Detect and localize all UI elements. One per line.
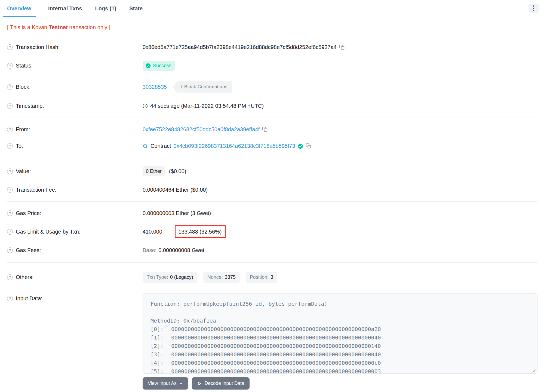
help-icon[interactable]: ? — [7, 44, 13, 50]
param-value: 0000000000000000000000000000000000000000… — [171, 359, 381, 367]
section-divider — [7, 201, 537, 202]
others-label: Others: — [16, 274, 34, 280]
help-icon[interactable]: ? — [7, 247, 13, 253]
input-param-line: [4]:000000000000000000000000000000000000… — [150, 359, 530, 367]
gas-limit-label: Gas Limit & Usage by Txn: — [16, 229, 81, 235]
block-number-link[interactable]: 30328535 — [143, 84, 167, 90]
from-label: From: — [16, 126, 30, 133]
value-label: Value: — [16, 168, 31, 174]
param-value: 0000000000000000000000000000000000000000… — [171, 325, 381, 333]
input-function-line: Function: performUpkeep(uint256 id, byte… — [150, 300, 530, 308]
nonce-value: 3375 — [225, 274, 236, 280]
warning-bold: Testnet — [49, 24, 68, 30]
help-icon[interactable]: ? — [7, 84, 13, 90]
verified-check-icon — [298, 143, 303, 149]
position-label: Position: — [250, 274, 269, 280]
gas-limit-value: 410,000 — [143, 229, 162, 235]
copy-icon[interactable] — [262, 127, 268, 132]
more-options-button[interactable] — [528, 4, 539, 13]
param-value: 0000000000000000000000000000000000000000… — [171, 333, 381, 342]
input-data-label: Input Data: — [16, 295, 42, 302]
tab-state[interactable]: State — [129, 0, 143, 17]
help-icon[interactable]: ? — [7, 229, 13, 235]
param-index: [5]: — [150, 367, 171, 374]
param-index: [2]: — [150, 342, 171, 350]
input-param-line: [1]:000000000000000000000000000000000000… — [150, 333, 530, 342]
help-icon[interactable]: ? — [7, 143, 13, 149]
param-index: [0]: — [150, 325, 171, 333]
help-icon[interactable]: ? — [7, 169, 13, 174]
decode-input-data-button[interactable]: Decode Input Data — [192, 377, 250, 390]
tab-internal-txns[interactable]: Internal Txns — [48, 0, 82, 17]
view-input-as-button[interactable]: View Input As — [143, 377, 188, 390]
nonce-badge: Nonce: 3375 — [203, 272, 240, 283]
view-input-as-label: View Input As — [148, 381, 177, 386]
decode-input-data-label: Decode Input Data — [205, 381, 244, 386]
param-index: [1]: — [150, 333, 171, 342]
status-text: Success — [153, 63, 171, 69]
resize-grip-icon[interactable] — [532, 368, 536, 372]
warning-prefix: [ This is a Kovan — [7, 24, 49, 30]
magnifier-plus-icon[interactable] — [143, 143, 148, 149]
transaction-details-card: Overview Internal Txns Logs (1) State [ … — [0, 0, 544, 392]
help-icon[interactable]: ? — [7, 127, 13, 132]
tab-logs[interactable]: Logs (1) — [94, 0, 117, 17]
block-confirmations-badge: 7 Block Confirmations — [173, 81, 232, 93]
status-badge: Success — [143, 61, 175, 71]
row-value: ? Value: 0 Ether ($0.00) — [7, 161, 537, 182]
gas-price-value: 0.000000003 Ether (3 Gwei) — [143, 210, 211, 216]
tx-hash-value: 0x86ed5a771e725aa94d5b7fa2398e4419e216d8… — [143, 44, 337, 50]
input-param-line: [2]:000000000000000000000000000000000000… — [150, 342, 530, 350]
txn-type-value: 0 (Legacy) — [170, 274, 193, 280]
kebab-dot — [533, 10, 534, 11]
row-gas-price: ? Gas Price: 0.000000003 Ether (3 Gwei) — [7, 205, 537, 222]
from-address-link[interactable]: 0xfee7522e8482682cf50ddc50a0f8da2a39effa… — [143, 126, 260, 133]
row-gas-limit-usage: ? Gas Limit & Usage by Txn: 410,000 | 13… — [7, 222, 537, 242]
row-timestamp: ? Timestamp: 44 secs ago (Mar-11-2022 03… — [7, 98, 537, 114]
input-data-textarea[interactable]: Function: performUpkeep(uint256 id, byte… — [143, 293, 537, 374]
row-transaction-fee: ? Transaction Fee: 0.000400464 Ether ($0… — [7, 182, 537, 198]
section-divider — [7, 262, 537, 263]
status-label: Status: — [16, 63, 33, 69]
kebab-dot — [533, 8, 534, 9]
help-icon[interactable]: ? — [7, 274, 13, 280]
input-methodid-line: MethodID: 0x7bbaf1ea — [150, 317, 530, 325]
section-divider — [7, 158, 537, 158]
timestamp-value: 44 secs ago (Mar-11-2022 03:54:48 PM +UT… — [150, 103, 264, 109]
row-status: ? Status: Success — [7, 56, 537, 76]
copy-icon[interactable] — [306, 143, 311, 149]
timestamp-label: Timestamp: — [16, 103, 44, 109]
to-contract-text: Contract — [150, 143, 171, 149]
row-from: ? From: 0xfee7522e8482682cf50ddc50a0f8da… — [7, 121, 537, 138]
help-icon[interactable]: ? — [7, 296, 13, 301]
kebab-dot — [533, 5, 534, 7]
position-badge: Position: 3 — [246, 272, 277, 283]
check-circle-icon — [146, 63, 151, 68]
copy-icon[interactable] — [339, 44, 345, 50]
tab-bar: Overview Internal Txns Logs (1) State — [0, 0, 544, 17]
clock-icon — [143, 103, 148, 109]
row-gas-fees: ? Gas Fees: Base: 0.000000008 Gwei — [7, 242, 537, 259]
gas-usage-value: 133,488 (32.56%) — [179, 229, 222, 235]
tx-fee-value: 0.000400464 Ether ($0.00) — [143, 187, 208, 193]
help-icon[interactable]: ? — [7, 63, 13, 69]
ether-value-badge: 0 Ether — [143, 166, 165, 176]
param-value: 0000000000000000000000000000000000000000… — [171, 342, 381, 350]
help-icon[interactable]: ? — [7, 187, 13, 193]
help-icon[interactable]: ? — [7, 210, 13, 216]
testnet-warning: [ This is a Kovan Testnet transaction on… — [7, 17, 537, 39]
param-index: [3]: — [150, 350, 171, 359]
row-input-data: ? Input Data: Function: performUpkeep(ui… — [7, 288, 537, 392]
position-value: 3 — [271, 274, 273, 280]
tab-overview[interactable]: Overview — [3, 0, 36, 17]
tx-hash-label: Transaction Hash: — [16, 44, 60, 50]
to-address-link[interactable]: 0x4cb093f226983713164a62138c3f718a5b595f… — [174, 143, 295, 149]
gas-usage-highlight: 133,488 (32.56%) — [175, 225, 226, 238]
gas-fees-base-label: Base: — [143, 247, 156, 253]
gas-fees-label: Gas Fees: — [16, 247, 41, 253]
row-transaction-hash: ? Transaction Hash: 0x86ed5a771e725aa94d… — [7, 39, 537, 56]
value-separator: | — [165, 229, 171, 235]
help-icon[interactable]: ? — [7, 103, 13, 109]
warning-suffix: transaction only ] — [68, 24, 110, 30]
block-label: Block: — [16, 84, 30, 90]
